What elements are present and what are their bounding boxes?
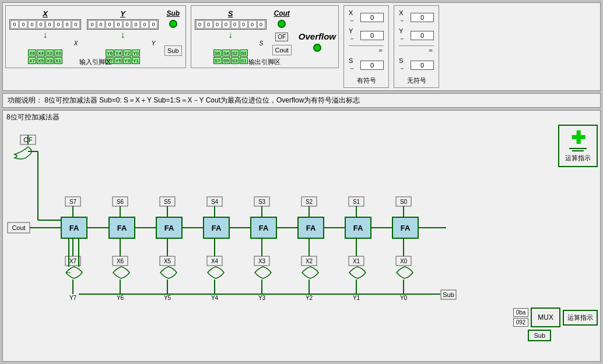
x-pin-x3: X3: [45, 57, 54, 64]
unsigned-equals: ＝: [399, 45, 434, 55]
operation-indicator-label: 运算指示: [565, 154, 591, 162]
cout-indicator: [278, 20, 286, 28]
svg-rect-57: [160, 256, 175, 266]
overflow-section: Overflow: [299, 31, 336, 52]
x-bit-0: 0: [10, 20, 19, 29]
output-section-label: 输出引脚区: [248, 58, 281, 66]
svg-text:FA: FA: [306, 224, 316, 232]
svg-text:S6: S6: [117, 199, 124, 205]
y-bit-1: 0: [97, 20, 105, 29]
input-section: X 0 0 0 0 0 0 0 0 ↓ X: [5, 5, 186, 68]
y-bit-0: 0: [88, 20, 96, 29]
operation-indicator-block: ✚ 运算指示: [558, 125, 598, 167]
x-connector-label: X: [74, 40, 78, 47]
y-bit-4: 0: [123, 20, 131, 29]
s-pin-s4: S4: [222, 50, 230, 56]
mux-values: 0ba 092: [513, 308, 529, 327]
s-bit-5: 0: [240, 20, 248, 29]
svg-rect-44: [302, 197, 317, 206]
x-bit-4: 0: [45, 20, 54, 29]
svg-text:Cout: Cout: [12, 224, 25, 231]
svg-text:X5: X5: [164, 258, 171, 264]
circuit-diagram: OF Cout FA FA FA: [3, 122, 504, 338]
svg-text:X2: X2: [306, 258, 313, 264]
y-pin-y1: Y1: [132, 57, 140, 64]
y-connector-label: Y: [152, 40, 156, 47]
mux-section: 0ba 092 MUX 运算指示 Sub: [513, 308, 598, 341]
signed-s-label: S－: [349, 57, 358, 73]
svg-text:S5: S5: [164, 199, 171, 205]
top-panel: X 0 0 0 0 0 0 0 0 ↓ X: [2, 2, 601, 91]
x-pin-x4: X4: [37, 50, 45, 56]
s-pin-s2: S2: [231, 50, 239, 56]
svg-rect-9: [156, 217, 182, 238]
y-bit-2: 0: [106, 20, 114, 29]
overflow-text: Overflow: [299, 31, 336, 41]
signed-s-row: S－ 0: [349, 57, 384, 73]
unsigned-calc-block: X－ 0 Y－ 0 ＝ S－ 0 无符号: [394, 5, 439, 88]
signed-title: 有符号: [357, 76, 376, 85]
y-bit-7: 0: [149, 20, 157, 29]
y-pin-y2: Y2: [123, 50, 131, 56]
main-container: X 0 0 0 0 0 0 0 0 ↓ X: [0, 0, 603, 364]
x-bit-7: 0: [72, 20, 80, 29]
svg-rect-32: [113, 197, 128, 206]
svg-text:X3: X3: [258, 258, 266, 264]
y-pins-upper: Y6 Y4 Y2 Y0: [106, 50, 140, 56]
y-pin-y5: Y5: [114, 57, 122, 64]
svg-text:FA: FA: [69, 224, 79, 232]
x-pin-x0: X0: [54, 50, 62, 56]
signed-equals: ＝: [349, 45, 384, 55]
s-bit-4: 0: [231, 20, 239, 29]
mux-val1: 0ba: [513, 308, 529, 317]
svg-rect-55: [113, 256, 128, 266]
sub-title: Sub: [166, 9, 180, 17]
svg-rect-35: [160, 197, 175, 206]
x-connector: X: [10, 40, 80, 50]
svg-text:X1: X1: [353, 258, 360, 264]
signed-x-label: X－: [349, 9, 358, 25]
y-bit-5: 0: [132, 20, 140, 29]
svg-text:FA: FA: [259, 224, 269, 232]
svg-rect-0: [20, 135, 36, 144]
svg-text:FA: FA: [401, 224, 411, 232]
x-bit-6: 0: [63, 20, 71, 29]
svg-rect-53: [65, 256, 80, 266]
s-pin-s7: S7: [213, 57, 222, 64]
svg-text:X4: X4: [211, 258, 219, 264]
s-pin-s3: S3: [231, 57, 239, 64]
top-content: X 0 0 0 0 0 0 0 0 ↓ X: [5, 5, 598, 88]
svg-text:FA: FA: [353, 224, 363, 232]
x-bit-5: 0: [54, 20, 62, 29]
unsigned-x-value: 0: [411, 13, 434, 22]
y-pin-y3: Y3: [123, 57, 131, 64]
x-pins-upper: X6 X4 X2 X0: [28, 50, 62, 56]
x-pin-x7: X7: [28, 57, 36, 64]
sub-indicator: [169, 20, 177, 28]
s-pin-s5: S5: [222, 57, 230, 64]
svg-text:Sub: Sub: [443, 291, 454, 298]
svg-rect-7: [109, 217, 135, 238]
svg-text:Y7: Y7: [69, 295, 77, 301]
s-pins-upper: S6 S4 S2 S0: [213, 50, 248, 56]
svg-text:OF: OF: [23, 136, 33, 143]
y-bit-6: 0: [141, 20, 149, 29]
s-pin-s6: S6: [213, 50, 222, 56]
y-pin-y0: Y0: [132, 50, 140, 56]
description-bar: 功能说明： 8位可控加减法器 Sub=0: S＝X＋Y Sub=1:S＝X－Y …: [2, 93, 601, 108]
svg-text:Y0: Y0: [400, 295, 408, 301]
sub-control: Sub Sub: [163, 9, 183, 57]
s-bit-0: 0: [196, 20, 204, 29]
x-title: X: [43, 9, 48, 18]
signed-y-label: Y－: [349, 27, 358, 43]
unsigned-y-value: 0: [411, 31, 434, 40]
unsigned-y-row: Y－ 0: [399, 27, 434, 43]
svg-text:Y2: Y2: [306, 295, 313, 301]
of-cout-area: OF Cout: [271, 33, 293, 56]
svg-text:Y5: Y5: [164, 295, 171, 301]
cout-title: Cout: [274, 9, 290, 17]
plus-sign: ✚: [565, 129, 591, 147]
unsigned-s-value: 0: [411, 61, 434, 70]
svg-text:X6: X6: [117, 258, 124, 264]
unsigned-x-label: X－: [399, 9, 408, 25]
